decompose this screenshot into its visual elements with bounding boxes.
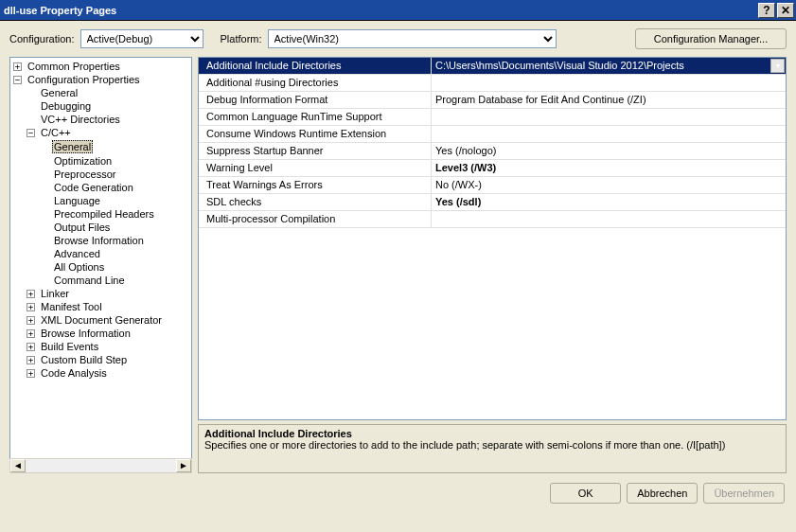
property-value[interactable]: No (/WX-)	[432, 177, 786, 193]
property-name: Common Language RunTime Support	[199, 109, 432, 125]
expand-icon[interactable]: +	[27, 356, 35, 364]
close-button[interactable]: ✕	[777, 3, 794, 18]
property-row[interactable]: Additional Include DirectoriesC:\Users\h…	[199, 58, 786, 75]
tree-linker[interactable]: +Linker	[10, 287, 191, 300]
tree-general[interactable]: General	[10, 86, 191, 99]
expand-icon[interactable]: +	[27, 303, 35, 311]
expand-icon[interactable]: +	[27, 369, 35, 378]
tree-output-files[interactable]: Output Files	[10, 221, 191, 234]
window-title: dll-use Property Pages	[4, 5, 116, 16]
property-name: Debug Information Format	[199, 92, 432, 108]
property-row[interactable]: Common Language RunTime Support	[199, 109, 786, 126]
tree-precompiled-headers[interactable]: Precompiled Headers	[10, 207, 191, 221]
tree-build-events[interactable]: +Build Events	[10, 340, 191, 353]
tree-manifest-tool[interactable]: +Manifest Tool	[10, 300, 191, 313]
config-row: Configuration: Active(Debug) Platform: A…	[9, 28, 787, 49]
collapse-icon[interactable]: −	[13, 76, 22, 84]
property-name: Suppress Startup Banner	[199, 143, 432, 159]
tree-configuration-properties[interactable]: −Configuration Properties	[10, 73, 191, 86]
property-value[interactable]: Program Database for Edit And Continue (…	[432, 92, 786, 108]
description-panel: Additional Include Directories Specifies…	[198, 424, 787, 473]
expand-icon[interactable]: +	[13, 62, 22, 71]
configuration-label: Configuration:	[9, 33, 75, 44]
tree-browse-information-2[interactable]: +Browse Information	[10, 327, 191, 340]
tree-optimization[interactable]: Optimization	[10, 154, 191, 168]
property-value[interactable]: Yes (/nologo)	[432, 143, 786, 159]
property-value[interactable]	[432, 211, 786, 227]
property-value[interactable]: Level3 (/W3)	[432, 160, 786, 176]
scroll-left-icon[interactable]: ◄	[10, 459, 26, 472]
property-value[interactable]: C:\Users\hms\Documents\Visual Studio 201…	[432, 58, 786, 74]
tree-preprocessor[interactable]: Preprocessor	[10, 168, 191, 181]
tree-ccpp-general[interactable]: General	[10, 139, 191, 154]
property-row[interactable]: Additional #using Directories	[199, 75, 786, 92]
tree-code-analysis[interactable]: +Code Analysis	[10, 366, 191, 380]
property-name: Treat Warnings As Errors	[199, 177, 432, 193]
scroll-right-icon[interactable]: ►	[176, 459, 191, 472]
cancel-button[interactable]: Abbrechen	[627, 483, 698, 504]
tree-command-line[interactable]: Command Line	[10, 274, 191, 287]
expand-icon[interactable]: +	[27, 316, 35, 325]
tree-browse-information[interactable]: Browse Information	[10, 234, 191, 247]
property-grid[interactable]: Additional Include DirectoriesC:\Users\h…	[198, 57, 787, 420]
property-row[interactable]: Treat Warnings As ErrorsNo (/WX-)	[199, 177, 786, 194]
property-row[interactable]: SDL checksYes (/sdl)	[199, 194, 786, 211]
property-value[interactable]	[432, 109, 786, 125]
property-row[interactable]: Warning LevelLevel3 (/W3)	[199, 160, 786, 177]
property-name: SDL checks	[199, 194, 432, 210]
tree-all-options[interactable]: All Options	[10, 260, 191, 274]
tree-ccpp[interactable]: −C/C++	[10, 126, 191, 139]
property-row[interactable]: Suppress Startup BannerYes (/nologo)	[199, 143, 786, 160]
property-name: Multi-processor Compilation	[199, 211, 432, 227]
platform-select[interactable]: Active(Win32)	[268, 29, 557, 48]
collapse-icon[interactable]: −	[27, 129, 35, 137]
tree-custom-build-step[interactable]: +Custom Build Step	[10, 353, 191, 366]
tree-panel[interactable]: +Common Properties −Configuration Proper…	[9, 57, 192, 473]
configuration-select[interactable]: Active(Debug)	[80, 29, 203, 48]
expand-icon[interactable]: +	[27, 329, 35, 338]
property-value[interactable]	[432, 126, 786, 142]
help-button[interactable]: ?	[758, 3, 775, 18]
tree-xml-doc-generator[interactable]: +XML Document Generator	[10, 313, 191, 327]
expand-icon[interactable]: +	[27, 343, 35, 351]
ok-button[interactable]: OK	[550, 483, 621, 504]
tree-language[interactable]: Language	[10, 194, 191, 207]
tree-advanced[interactable]: Advanced	[10, 247, 191, 260]
tree-debugging[interactable]: Debugging	[10, 99, 191, 113]
property-name: Additional #using Directories	[199, 75, 432, 91]
property-name: Consume Windows Runtime Extension	[199, 126, 432, 142]
property-value[interactable]: Yes (/sdl)	[432, 194, 786, 210]
tree-scrollbar[interactable]: ◄ ►	[9, 458, 192, 473]
property-name: Additional Include Directories	[199, 58, 432, 74]
description-body: Specifies one or more directories to add…	[204, 439, 780, 451]
property-row[interactable]: Consume Windows Runtime Extension	[199, 126, 786, 143]
tree-vc-directories[interactable]: VC++ Directories	[10, 113, 191, 126]
tree-code-generation[interactable]: Code Generation	[10, 181, 191, 194]
property-value[interactable]	[432, 75, 786, 91]
titlebar: dll-use Property Pages ? ✕	[0, 0, 796, 21]
property-row[interactable]: Multi-processor Compilation	[199, 211, 786, 228]
platform-label: Platform:	[221, 33, 262, 44]
dropdown-icon[interactable]: ▾	[770, 59, 785, 73]
description-title: Additional Include Directories	[204, 428, 780, 439]
property-row[interactable]: Debug Information FormatProgram Database…	[199, 92, 786, 109]
config-manager-button[interactable]: Configuration Manager...	[635, 28, 787, 49]
expand-icon[interactable]: +	[27, 290, 35, 298]
apply-button[interactable]: Übernehmen	[703, 483, 785, 504]
tree-common-properties[interactable]: +Common Properties	[10, 60, 191, 73]
property-name: Warning Level	[199, 160, 432, 176]
